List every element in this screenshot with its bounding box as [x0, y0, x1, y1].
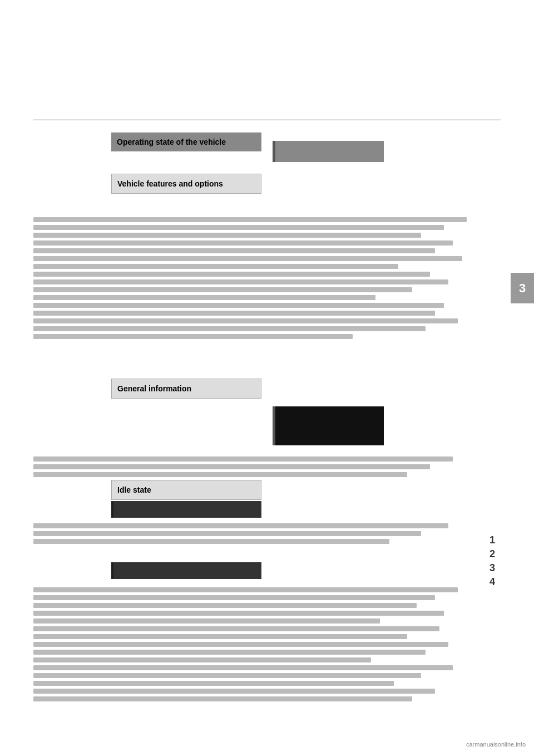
right-bar-top [273, 141, 384, 162]
text-line [33, 665, 453, 670]
text-line [33, 626, 439, 631]
text-line [33, 318, 458, 323]
text-line [33, 225, 444, 230]
page-index-1: 1 [490, 534, 495, 546]
text-line [33, 650, 426, 655]
text-line [33, 256, 462, 261]
page-index-2: 2 [490, 548, 495, 560]
section-tab: 3 [511, 273, 534, 303]
dark-bar-bottom [111, 562, 261, 579]
text-line [33, 642, 448, 647]
text-line [33, 611, 444, 616]
operating-state-box: Operating state of the vehicle [111, 132, 261, 151]
text-line [33, 587, 458, 592]
text-line [33, 217, 467, 222]
body-text-3 [33, 523, 490, 547]
text-line [33, 287, 412, 292]
text-line [33, 464, 430, 469]
text-line [33, 681, 394, 686]
text-line [33, 326, 426, 331]
text-line [33, 311, 435, 316]
general-info-label: General information [117, 384, 191, 393]
page-index-4: 4 [490, 576, 495, 588]
page-index: 1 2 3 4 [490, 534, 495, 588]
text-line [33, 264, 398, 269]
text-line [33, 595, 435, 600]
body-text-1 [33, 217, 490, 342]
text-line [33, 689, 435, 694]
body-text-4 [33, 587, 490, 704]
dark-bar-idle [111, 501, 261, 518]
text-line [33, 603, 417, 608]
vehicle-features-label: Vehicle features and options [117, 179, 223, 188]
body-text-2 [33, 456, 490, 480]
text-line [33, 472, 407, 477]
top-rule [33, 120, 501, 120]
text-line [33, 657, 371, 662]
section-tab-label: 3 [519, 281, 526, 296]
text-line [33, 456, 453, 462]
page-container: Operating state of the vehicle Vehicle f… [0, 0, 534, 756]
text-line [33, 696, 412, 701]
text-line [33, 279, 448, 284]
text-line [33, 618, 380, 624]
general-info-box: General information [111, 379, 261, 399]
page-index-3: 3 [490, 562, 495, 574]
text-line [33, 334, 353, 339]
idle-state-box: Idle state [111, 480, 261, 500]
text-line [33, 673, 421, 678]
text-line [33, 295, 375, 300]
text-line [33, 272, 430, 277]
dark-block-mid [273, 406, 384, 445]
watermark: carmanualsonline.info [466, 741, 526, 748]
text-line [33, 303, 444, 308]
text-line [33, 539, 389, 544]
text-line [33, 233, 421, 238]
operating-state-label: Operating state of the vehicle [117, 138, 226, 146]
vehicle-features-box: Vehicle features and options [111, 174, 261, 194]
text-line [33, 240, 453, 246]
text-line [33, 523, 448, 528]
text-line [33, 531, 421, 536]
idle-state-label: Idle state [117, 485, 151, 494]
text-line [33, 248, 435, 253]
text-line [33, 634, 407, 639]
